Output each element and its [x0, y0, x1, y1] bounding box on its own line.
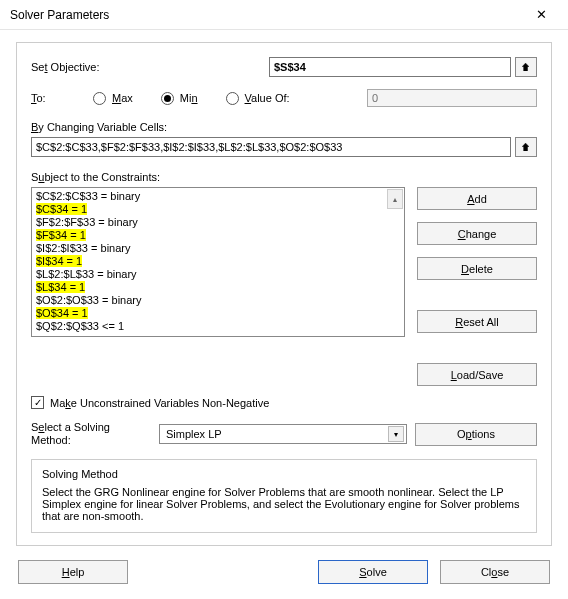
- objective-row: Set Objective: 🡅: [31, 57, 537, 77]
- solve-button[interactable]: Solve: [318, 560, 428, 584]
- vars-input[interactable]: [31, 137, 511, 157]
- objective-input[interactable]: [269, 57, 511, 77]
- vars-row: 🡅: [31, 137, 537, 157]
- to-row: To: Max Min Value Of: 0: [31, 89, 537, 107]
- radio-valueof-label: Value Of:: [245, 92, 290, 104]
- chevron-down-icon: ▾: [388, 426, 404, 442]
- footer: Help Solve Close: [16, 560, 552, 584]
- constraints-label: Subject to the Constraints:: [31, 171, 537, 183]
- main-panel: Set Objective: 🡅 To: Max Min Value Of: 0: [16, 42, 552, 546]
- load-save-button[interactable]: Load/Save: [417, 363, 537, 386]
- radio-valueof-dot: [226, 92, 239, 105]
- constraint-line[interactable]: $I$2:$I$33 = binary: [34, 242, 404, 255]
- help-button[interactable]: Help: [18, 560, 128, 584]
- constraint-line[interactable]: $C$2:$C$33 = binary: [34, 190, 404, 203]
- collapse-icon: 🡅: [521, 142, 531, 153]
- method-row: Select a Solving Method: Simplex LP ▾ Op…: [31, 421, 537, 447]
- add-button[interactable]: Add: [417, 187, 537, 210]
- nonneg-label: Make Unconstrained Variables Non-Negativ…: [50, 397, 269, 409]
- method-value: Simplex LP: [166, 428, 222, 440]
- nonneg-checkbox[interactable]: ✓: [31, 396, 44, 409]
- reset-all-button[interactable]: Reset All: [417, 310, 537, 333]
- window-title: Solver Parameters: [10, 8, 109, 22]
- constraint-line[interactable]: $O$34 = 1: [34, 307, 404, 320]
- constraints-area: ▴ $C$2:$C$33 = binary$C$34 = 1$F$2:$F$33…: [31, 187, 537, 386]
- titlebar: Solver Parameters ✕: [0, 0, 568, 30]
- vars-label: By Changing Variable Cells:: [31, 121, 537, 133]
- objective-label: Set Objective:: [31, 61, 269, 73]
- options-button[interactable]: Options: [415, 423, 537, 446]
- method-label: Select a Solving Method:: [31, 421, 151, 447]
- to-label: To:: [31, 92, 65, 104]
- constraint-line[interactable]: $L$2:$L$33 = binary: [34, 268, 404, 281]
- radio-valueof[interactable]: Value Of:: [226, 92, 290, 105]
- radio-max-dot: [93, 92, 106, 105]
- method-select[interactable]: Simplex LP ▾: [159, 424, 407, 444]
- footer-spacer: [140, 560, 306, 584]
- close-button[interactable]: Close: [440, 560, 550, 584]
- radio-max-label: Max: [112, 92, 133, 104]
- constraint-line[interactable]: $F$34 = 1: [34, 229, 404, 242]
- constraint-line[interactable]: $F$2:$F$33 = binary: [34, 216, 404, 229]
- constraint-line[interactable]: $I$34 = 1: [34, 255, 404, 268]
- radio-min-dot: [161, 92, 174, 105]
- constraint-line[interactable]: $O$2:$O$33 = binary: [34, 294, 404, 307]
- constraint-line[interactable]: $Q$2:$Q$33 <= 1: [34, 320, 404, 333]
- scrollbar-up-icon[interactable]: ▴: [387, 189, 403, 209]
- radio-min[interactable]: Min: [161, 92, 198, 105]
- collapse-icon: 🡅: [521, 62, 531, 73]
- info-body: Select the GRG Nonlinear engine for Solv…: [42, 486, 526, 522]
- client-area: Set Objective: 🡅 To: Max Min Value Of: 0: [0, 30, 568, 596]
- constraints-listbox[interactable]: ▴ $C$2:$C$33 = binary$C$34 = 1$F$2:$F$33…: [31, 187, 405, 337]
- radio-max[interactable]: Max: [93, 92, 133, 105]
- radio-min-label: Min: [180, 92, 198, 104]
- change-button[interactable]: Change: [417, 222, 537, 245]
- vars-ref-button[interactable]: 🡅: [515, 137, 537, 157]
- close-icon[interactable]: ✕: [522, 1, 560, 29]
- info-header: Solving Method: [42, 468, 526, 480]
- solving-method-info: Solving Method Select the GRG Nonlinear …: [31, 459, 537, 533]
- valueof-input[interactable]: 0: [367, 89, 537, 107]
- nonneg-row[interactable]: ✓ Make Unconstrained Variables Non-Negat…: [31, 396, 537, 409]
- delete-button[interactable]: Delete: [417, 257, 537, 280]
- constraint-line[interactable]: $C$34 = 1: [34, 203, 404, 216]
- constraint-buttons: Add Change Delete Reset All Load/Save: [417, 187, 537, 386]
- constraint-line[interactable]: $L$34 = 1: [34, 281, 404, 294]
- objective-ref-button[interactable]: 🡅: [515, 57, 537, 77]
